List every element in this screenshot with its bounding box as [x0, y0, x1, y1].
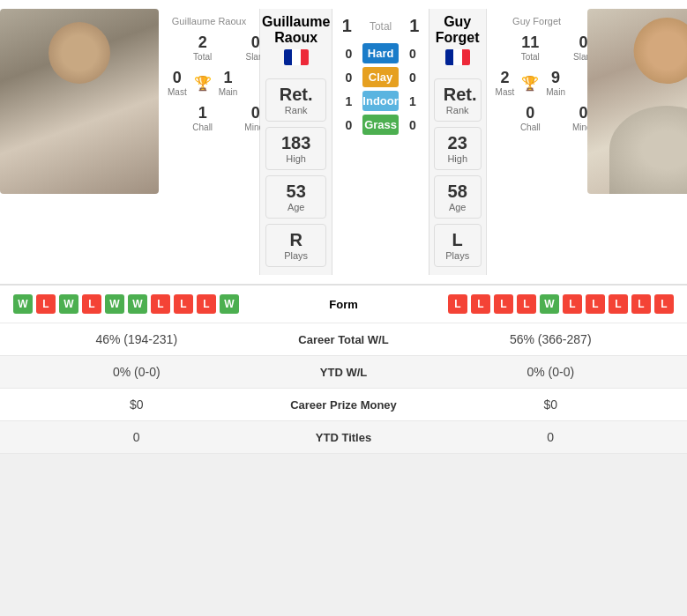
right-mast-val: 2 — [496, 69, 515, 87]
stat-row: 0YTD Titles0 — [0, 421, 687, 454]
left-age-label: Age — [275, 202, 317, 212]
indoor-left-score: 1 — [340, 94, 357, 108]
left-stat-cards: Guillaume Raoux Ret. Rank 183 High 53 Ag… — [260, 9, 332, 275]
left-plays-card: R Plays — [265, 224, 327, 267]
form-badge-right: W — [540, 294, 559, 314]
right-total-val: 11 — [496, 33, 565, 52]
right-stats-grid: 11 Total 0 Slam 2 Mast 🏆 9 Main — [490, 28, 584, 137]
clay-right-score: 0 — [404, 71, 422, 85]
stat-row: 46% (194-231)Career Total W/L56% (366-28… — [0, 323, 687, 356]
left-player-name-header: Guillaume Raoux — [262, 14, 330, 72]
right-plays-value: L — [444, 230, 472, 250]
right-plays-card: L Plays — [434, 224, 482, 267]
form-badge-left: L — [151, 294, 170, 314]
right-mast-lbl: Mast — [496, 87, 515, 97]
form-badge-right: L — [609, 294, 628, 314]
form-badge-left: W — [105, 294, 124, 314]
form-badge-right: L — [654, 294, 674, 314]
clay-left-score: 0 — [340, 71, 357, 85]
stat-row-left-value: $0 — [18, 397, 256, 412]
right-trophy-icon: 🏆 — [521, 75, 539, 92]
right-mast-cell: 2 Mast 🏆 9 Main — [494, 67, 567, 99]
form-right: LLLLWLLLLL — [410, 294, 675, 314]
left-photo-image — [0, 9, 159, 194]
left-name-display: Guillaume Raoux — [262, 14, 330, 46]
form-badge-left: L — [174, 294, 193, 314]
right-main-lbl: Main — [546, 87, 565, 97]
left-total-cell: 2 Total — [166, 32, 239, 63]
right-player-photo — [587, 9, 687, 194]
form-badge-left: W — [128, 294, 147, 314]
grass-row: 0 Grass 0 — [340, 115, 421, 135]
left-flag — [284, 49, 309, 65]
indoor-row: 1 Indoor 1 — [340, 91, 421, 111]
left-chall-val: 1 — [168, 104, 237, 122]
right-rank-value: Ret. — [444, 85, 472, 105]
hard-row: 0 Hard 0 — [340, 43, 421, 63]
left-total-score: 1 — [342, 16, 352, 36]
total-label: Total — [370, 20, 392, 33]
clay-row: 0 Clay 0 — [340, 67, 421, 87]
stat-row: $0Career Prize Money$0 — [0, 389, 687, 421]
left-player-photo — [0, 9, 159, 194]
stat-row-left-value: 0% (0-0) — [18, 365, 256, 379]
form-badge-right: L — [471, 294, 490, 314]
form-badge-right: L — [563, 294, 582, 314]
form-badge-left: W — [220, 294, 239, 314]
right-stat-cards: Guy Forget Ret. Rank 23 High 58 Age L Pl… — [429, 9, 486, 275]
left-high-card: 183 High — [265, 127, 327, 170]
stat-row-left-value: 0 — [18, 430, 256, 444]
form-badge-right: L — [448, 294, 467, 314]
form-badge-left: W — [59, 294, 78, 314]
left-rank-value: Ret. — [275, 85, 317, 105]
right-name-display: Guy Forget — [431, 14, 484, 46]
right-high-label: High — [444, 153, 472, 164]
left-chall-lbl: Chall — [168, 122, 237, 132]
form-badge-right: L — [586, 294, 605, 314]
hard-badge: Hard — [362, 43, 398, 63]
form-badge-right: L — [631, 294, 651, 314]
left-age-value: 53 — [275, 182, 317, 202]
bottom-section: WLWLWWLLLW Form LLLLWLLLLL 46% (194-231)… — [0, 284, 687, 454]
right-high-value: 23 — [444, 133, 472, 153]
right-player-name: Guy Forget — [512, 16, 561, 26]
left-rank-card: Ret. Rank — [265, 78, 327, 122]
stat-row-left-value: 46% (194-231) — [18, 332, 256, 346]
right-chall-val: 0 — [496, 104, 565, 122]
left-chall-cell: 1 Chall — [166, 102, 239, 134]
right-player-info: Guy Forget 11 Total 0 Slam 2 Mast 🏆 — [486, 9, 587, 275]
right-high-card: 23 High — [434, 127, 482, 170]
center-scores: 1 Total 1 0 Hard 0 0 Clay 0 1 Indoor — [332, 9, 428, 275]
form-left: WLWLWWLLLW — [13, 294, 278, 314]
left-plays-value: R — [275, 230, 317, 250]
right-plays-label: Plays — [444, 250, 472, 261]
grass-badge: Grass — [362, 115, 398, 135]
form-row: WLWLWWLLLW Form LLLLWLLLLL — [0, 286, 687, 323]
left-high-value: 183 — [275, 133, 317, 153]
top-section: Guillaume Raoux 2 Total 0 Slam 0 Mast 🏆 — [0, 0, 687, 284]
right-age-value: 58 — [444, 182, 472, 202]
form-center-label: Form — [278, 298, 410, 311]
stat-row-label: YTD Titles — [256, 431, 432, 444]
clay-badge: Clay — [362, 67, 398, 87]
stat-row-label: YTD W/L — [256, 366, 432, 379]
right-photo-image — [587, 9, 687, 194]
right-rank-label: Rank — [444, 105, 472, 115]
total-score-row: 1 Total 1 — [342, 16, 420, 36]
right-total-cell: 11 Total — [494, 32, 567, 63]
left-rank-label: Rank — [275, 105, 317, 115]
stat-rows-container: 46% (194-231)Career Total W/L56% (366-28… — [0, 323, 687, 454]
indoor-badge: Indoor — [362, 91, 398, 111]
stat-row-right-value: 0 — [432, 430, 670, 444]
stat-row-right-value: $0 — [432, 397, 670, 412]
form-badge-right: L — [494, 294, 513, 314]
right-age-card: 58 Age — [434, 175, 482, 219]
left-age-card: 53 Age — [265, 175, 327, 219]
left-total-lbl: Total — [168, 52, 237, 62]
form-badge-right: L — [517, 294, 536, 314]
stat-row-label: Career Prize Money — [256, 398, 432, 412]
right-chall-lbl: Chall — [496, 122, 565, 132]
surface-rows: 0 Hard 0 0 Clay 0 1 Indoor 1 0 Grass — [332, 43, 428, 135]
right-rank-card: Ret. Rank — [434, 78, 482, 122]
form-badge-left: L — [197, 294, 216, 314]
